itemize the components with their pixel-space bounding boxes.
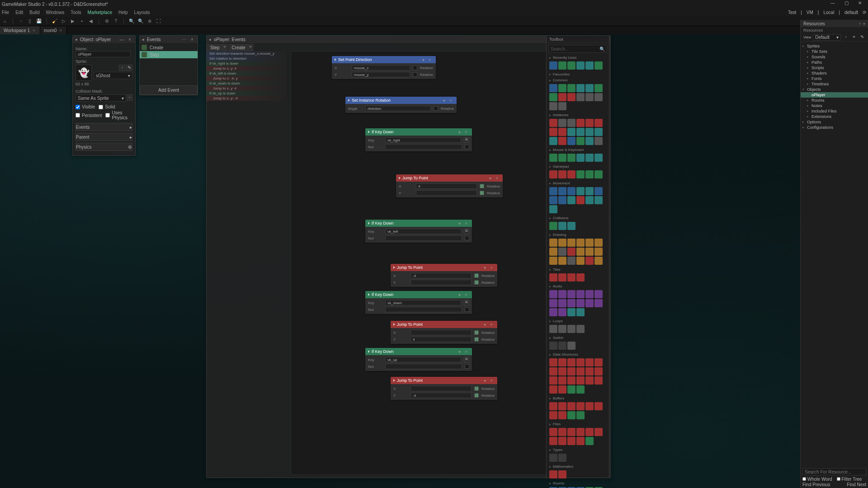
menu-edit[interactable]: Edit	[15, 10, 23, 15]
resource-folder[interactable]: Notes	[801, 103, 868, 108]
toolbox-action[interactable]	[558, 170, 566, 178]
toolbox-action[interactable]	[549, 273, 557, 282]
toolbox-action[interactable]	[549, 437, 557, 445]
field-input[interactable]: mouse_y	[352, 72, 410, 77]
close-button[interactable]: ✕	[854, 0, 866, 8]
dnd-block[interactable]: Set Instance Rotation▾×AngledirectionRel…	[345, 97, 457, 113]
toolbox-search[interactable]: Search... 🔍	[548, 45, 607, 53]
field-input[interactable]: direction	[365, 106, 431, 111]
field-input[interactable]	[385, 235, 462, 241]
toolbox-action[interactable]	[594, 257, 603, 265]
toolbox-action[interactable]	[567, 437, 576, 445]
field-input[interactable]	[385, 364, 462, 369]
run-icon[interactable]: ▷	[61, 18, 67, 24]
relative-checkbox[interactable]	[480, 191, 484, 195]
toolbox-action[interactable]	[567, 273, 576, 282]
toolbox-action[interactable]	[594, 428, 603, 436]
resource-folder[interactable]: Paths	[801, 60, 868, 65]
toolbox-action[interactable]	[558, 257, 566, 265]
block-header[interactable]: Jump To Point▾×	[391, 264, 497, 271]
toolbox-action[interactable]	[576, 196, 585, 204]
field-input[interactable]	[385, 144, 462, 150]
toolbox-action[interactable]	[549, 342, 557, 350]
toolbox-action[interactable]	[567, 239, 576, 247]
toolbox-action[interactable]	[585, 137, 594, 145]
toolbox-action[interactable]	[567, 170, 576, 178]
toolbox-action[interactable]	[567, 385, 576, 394]
panel-menu-icon[interactable]: ⋯	[181, 37, 187, 42]
toolbox-action[interactable]	[585, 290, 594, 298]
outline-line[interactable]: Set rotation to direction	[207, 56, 288, 61]
find-previous-button[interactable]: Find Previous	[802, 482, 830, 487]
toolbox-action[interactable]	[558, 428, 566, 436]
toolbox-action[interactable]	[567, 402, 576, 410]
status-vm[interactable]: VM	[807, 10, 813, 15]
toolbox-action[interactable]	[585, 402, 594, 410]
game-options-icon[interactable]: ⚙	[104, 18, 110, 24]
toolbox-action[interactable]	[576, 290, 585, 298]
resource-folder[interactable]: Options	[801, 119, 868, 125]
toolbox-action[interactable]	[549, 325, 557, 333]
toolbox-action[interactable]	[585, 248, 594, 256]
variable-picker-button[interactable]: ⊞	[464, 137, 469, 143]
toolbox-action[interactable]	[558, 299, 566, 307]
toolbox-action[interactable]	[576, 119, 585, 127]
dnd-block[interactable]: Jump To Point▾×X-4RelativeYRelative	[391, 264, 497, 287]
not-checkbox[interactable]	[465, 236, 469, 240]
zoom-in-icon[interactable]: 🔍	[128, 18, 135, 24]
toolbox-action[interactable]	[567, 187, 576, 195]
resource-search-input[interactable]	[802, 468, 866, 475]
toolbox-action[interactable]	[576, 154, 585, 162]
toolbox-action[interactable]	[576, 411, 585, 419]
toolbox-action[interactable]	[576, 299, 585, 307]
toolbox-action[interactable]	[576, 273, 585, 282]
toolbox-action[interactable]	[594, 239, 603, 247]
save-icon[interactable]: 💾	[36, 18, 42, 24]
resource-item[interactable]: oPlayer	[801, 92, 868, 98]
toolbox-category[interactable]: Switch	[547, 335, 609, 341]
toolbox-action[interactable]	[549, 428, 557, 436]
menu-windows[interactable]: Windows	[46, 10, 65, 15]
toolbox-action[interactable]	[558, 248, 566, 256]
toolbox-action[interactable]	[567, 325, 576, 333]
toolbox-action[interactable]	[558, 411, 566, 419]
not-checkbox[interactable]	[465, 145, 469, 149]
toolbox-category[interactable]: Files	[547, 421, 609, 427]
outline-line[interactable]: Jump to x, y: -4	[207, 96, 288, 101]
status-target[interactable]: Test	[788, 10, 796, 15]
toolbox-action[interactable]	[558, 367, 566, 375]
block-header[interactable]: If Key Down▾×	[365, 220, 472, 227]
field-input[interactable]: vk_left	[385, 229, 461, 234]
toolbox-action[interactable]	[567, 154, 576, 162]
close-icon[interactable]: ×	[59, 28, 62, 33]
toolbox-action[interactable]	[558, 128, 566, 136]
relative-checkbox[interactable]	[474, 273, 479, 278]
toolbox-action[interactable]	[567, 248, 576, 256]
toolbox-action[interactable]	[558, 454, 566, 462]
close-icon[interactable]: ×	[33, 28, 35, 33]
toolbox-action[interactable]	[576, 93, 585, 101]
field-input[interactable]	[410, 386, 472, 391]
block-header[interactable]: Jump To Point▾×	[391, 377, 497, 384]
toolbox-action[interactable]	[549, 358, 557, 366]
resource-folder[interactable]: Rooms	[801, 98, 868, 103]
resource-folder[interactable]: Included Files	[801, 108, 868, 114]
field-input[interactable]: -4	[410, 393, 472, 398]
outline-line[interactable]: If vk_left is down	[207, 71, 288, 76]
collision-mask-select[interactable]: Same As Sprite▾	[75, 94, 126, 102]
resource-folder[interactable]: Objects	[801, 87, 868, 92]
toolbox-action[interactable]	[585, 128, 594, 136]
sync-icon[interactable]: ⟳	[863, 10, 866, 15]
toolbox-category[interactable]: Instances	[547, 112, 609, 118]
toolbox-category[interactable]: Loops	[547, 318, 609, 324]
toolbox-action[interactable]	[549, 385, 557, 394]
menu-help[interactable]: Help	[118, 10, 128, 15]
help-icon[interactable]: ?	[113, 18, 119, 24]
event-item-step[interactable]: Step	[140, 51, 198, 58]
field-input[interactable]	[410, 330, 472, 335]
toolbox-action[interactable]	[549, 402, 557, 410]
visible-checkbox[interactable]: Visible	[75, 104, 95, 109]
view-select[interactable]: Default▾	[813, 34, 841, 41]
code-tab-create[interactable]: Create	[228, 44, 254, 51]
toolbox-action[interactable]	[549, 454, 557, 462]
